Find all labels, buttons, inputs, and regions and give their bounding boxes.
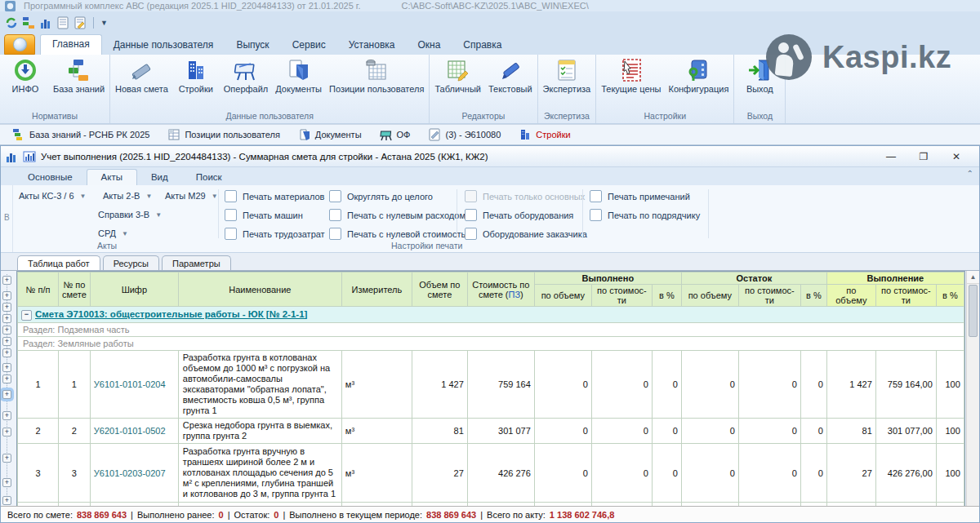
- tab-servis[interactable]: Сервис: [281, 36, 337, 55]
- acts-2v-dropdown[interactable]: Акты 2-В▼: [103, 191, 152, 201]
- col-header-done-volume[interactable]: по объему: [534, 285, 591, 307]
- documents-shortcut[interactable]: Документы: [289, 128, 371, 141]
- expand-icon[interactable]: +: [2, 428, 11, 437]
- section-row[interactable]: Раздел: Подземная часть: [18, 323, 964, 337]
- scroll-up-icon[interactable]: ▲: [967, 271, 979, 284]
- operfile-button[interactable]: Оперфайл: [221, 56, 270, 95]
- checkbox-print-zero-cost[interactable]: Печать с нулевой стоимостью: [329, 228, 472, 240]
- tab-poisk[interactable]: Поиск: [182, 170, 236, 185]
- text-editor-button[interactable]: Текстовый: [486, 56, 535, 95]
- expand-icon[interactable]: +: [2, 375, 11, 383]
- scrollbar-thumb[interactable]: [969, 285, 978, 337]
- section-row[interactable]: Раздел: Земляные работы: [18, 337, 964, 351]
- col-header-exec-volume[interactable]: по объему: [826, 285, 875, 307]
- col-header-exec-pct[interactable]: в %: [936, 285, 964, 307]
- exit-button[interactable]: Выход: [737, 56, 782, 95]
- positions-shortcut[interactable]: Позиции пользователя: [158, 128, 288, 141]
- pz-link[interactable]: ПЗ: [509, 290, 521, 299]
- tab-dannye-polzovatelya[interactable]: Данные пользователя: [102, 36, 225, 55]
- expand-icon[interactable]: +: [2, 291, 11, 300]
- expand-icon[interactable]: +: [2, 496, 11, 505]
- col-header-rest-cost[interactable]: по стоимос-ти: [738, 285, 800, 307]
- col-header-num-est[interactable]: № по смете: [59, 273, 91, 307]
- expand-icon[interactable]: +: [2, 411, 11, 420]
- tab-work-table[interactable]: Таблица работ: [17, 255, 100, 272]
- checkbox-print-equipment[interactable]: Печать оборудования: [465, 209, 573, 221]
- expand-icon[interactable]: +: [2, 276, 11, 285]
- expand-icon-selected[interactable]: +: [2, 390, 11, 399]
- checkbox-print-materials[interactable]: Печать материалов: [225, 190, 324, 202]
- bar-chart-icon[interactable]: [39, 16, 52, 29]
- tabular-editor-button[interactable]: Табличный: [432, 56, 483, 95]
- checkbox-round-to-integer[interactable]: Округлять до целого: [329, 190, 433, 202]
- col-header-rest-volume[interactable]: по объему: [681, 285, 738, 307]
- stroiki-shortcut[interactable]: Стройки: [510, 128, 579, 141]
- tab-vypusk[interactable]: Выпуск: [225, 36, 280, 55]
- expand-icon[interactable]: +: [2, 303, 11, 312]
- refresh-icon[interactable]: [5, 16, 18, 29]
- tab-osnovnye[interactable]: Основные: [14, 170, 87, 185]
- document-edit-icon[interactable]: [74, 16, 87, 29]
- maximize-button[interactable]: ❐: [913, 151, 934, 162]
- srd-dropdown[interactable]: СРД▼: [98, 228, 128, 238]
- stroiki-button[interactable]: Стройки: [173, 56, 219, 95]
- col-header-name[interactable]: Наименование: [178, 273, 341, 307]
- acts-m29-dropdown[interactable]: Акты М29▼: [165, 191, 218, 201]
- tab-okna[interactable]: Окна: [406, 36, 452, 55]
- checkbox-print-machines[interactable]: Печать машин: [225, 209, 303, 221]
- tab-spravka[interactable]: Справка: [452, 36, 513, 55]
- col-header-exec-cost[interactable]: по стоимос-ти: [875, 285, 936, 307]
- estimate-shortcut[interactable]: (3) - Э610080: [419, 128, 510, 141]
- checkbox-customer-equipment[interactable]: Оборудование заказчика: [465, 228, 587, 240]
- collapsed-side-panel[interactable]: В: [1, 185, 13, 252]
- tab-ustanovka[interactable]: Установка: [337, 36, 407, 55]
- expand-icon[interactable]: +: [2, 326, 11, 335]
- of-shortcut[interactable]: ОФ: [371, 128, 420, 141]
- collapse-ribbon-icon[interactable]: ⌃: [967, 169, 973, 178]
- col-header-done-cost[interactable]: по стоимос-ти: [591, 285, 652, 307]
- estimate-title[interactable]: Смета Э710013: общестроительные работы -…: [35, 309, 307, 319]
- checkbox-print-by-contractor[interactable]: Печать по подрядчику: [590, 209, 700, 221]
- expand-icon[interactable]: +: [2, 363, 11, 372]
- expand-icon[interactable]: +: [2, 348, 11, 357]
- toolbar-dropdown-icon[interactable]: ▼: [100, 19, 108, 27]
- col-header-done-pct[interactable]: в %: [652, 285, 681, 307]
- close-button[interactable]: ✕: [946, 151, 967, 162]
- document-table-icon[interactable]: [56, 16, 69, 29]
- work-code-link[interactable]: У6201-0101-0502: [90, 419, 178, 444]
- tree-structure-icon[interactable]: [22, 16, 35, 29]
- col-header-unit[interactable]: Измеритель: [341, 273, 412, 307]
- col-header-num[interactable]: № п/п: [18, 273, 59, 307]
- checkbox-print-zero-consumption[interactable]: Печать с нулевым расходом: [329, 209, 466, 221]
- kb-shortcut[interactable]: База знаний - РСНБ РК 2025: [3, 128, 158, 141]
- work-row[interactable]: 3 3 У6101-0203-0207 Разработка грунта вр…: [18, 444, 964, 503]
- current-prices-button[interactable]: Текущие цены: [599, 56, 663, 95]
- acts-ks36-dropdown[interactable]: Акты КС-3 / 6▼: [19, 191, 87, 201]
- knowledge-base-button[interactable]: База знаний: [51, 56, 107, 95]
- work-code-link[interactable]: У6101-0203-0207: [90, 444, 178, 503]
- vertical-scrollbar[interactable]: ▲: [966, 271, 979, 507]
- spravki-3v-dropdown[interactable]: Справки 3-В▼: [98, 210, 162, 219]
- expand-icon[interactable]: +: [2, 454, 11, 463]
- col-header-code[interactable]: Шифр: [90, 273, 178, 307]
- tab-parameters[interactable]: Параметры: [162, 255, 231, 272]
- col-header-cost[interactable]: Стоимость по смете (ПЗ): [467, 273, 534, 307]
- estimate-header-row[interactable]: −Смета Э710013: общестроительные работы …: [18, 307, 964, 323]
- work-row[interactable]: 1 1 У6101-0101-0204 Разработка грунта в …: [18, 351, 964, 419]
- tab-vid[interactable]: Вид: [137, 170, 182, 185]
- expand-icon[interactable]: +: [2, 337, 11, 346]
- configuration-button[interactable]: Конфигурация: [666, 56, 732, 95]
- checkbox-print-labor[interactable]: Печать трудозатрат: [225, 228, 325, 240]
- minimize-button[interactable]: —: [880, 151, 902, 162]
- expertise-button[interactable]: Экспертиза: [541, 56, 594, 95]
- expand-icon[interactable]: +: [2, 314, 11, 323]
- tab-resources[interactable]: Ресурсы: [103, 255, 159, 272]
- application-menu-button[interactable]: [4, 34, 35, 55]
- expand-icon[interactable]: +: [2, 478, 11, 487]
- new-estimate-button[interactable]: Новая смета: [113, 56, 171, 95]
- info-button[interactable]: ИНФО: [2, 56, 48, 95]
- work-code-link[interactable]: У6101-0101-0204: [90, 351, 178, 419]
- tab-glavnaya[interactable]: Главная: [40, 34, 102, 55]
- user-positions-button[interactable]: Позиции пользователя: [327, 56, 426, 95]
- checkbox-print-notes[interactable]: Печать примечаний: [590, 190, 690, 202]
